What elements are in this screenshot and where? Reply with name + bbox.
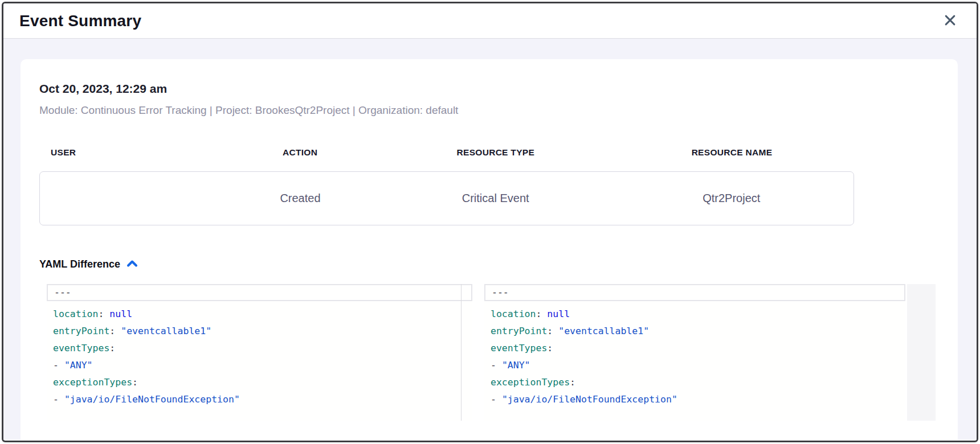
redacted-user-pattern — [60, 185, 145, 212]
yaml-line: location: null — [47, 306, 472, 323]
user-cell — [40, 185, 219, 212]
modal-body: Oct 20, 2023, 12:29 am Module: Continuou… — [3, 39, 977, 440]
yaml-line: exceptionTypes: — [47, 374, 472, 391]
col-header-resource-type: RESOURCE TYPE — [382, 147, 610, 158]
action-cell: Created — [219, 192, 382, 205]
yaml-line: exceptionTypes: — [484, 374, 905, 391]
resource-type-cell: Critical Event — [382, 192, 610, 205]
col-header-action: ACTION — [219, 147, 382, 158]
yaml-panel-right[interactable]: ---location: nullentryPoint: "eventcalla… — [484, 284, 905, 421]
col-header-resource-name: RESOURCE NAME — [610, 147, 854, 158]
audit-table: USER ACTION RESOURCE TYPE RESOURCE NAME … — [39, 147, 854, 225]
yaml-line: --- — [484, 284, 905, 301]
chevron-up-icon — [126, 260, 138, 269]
yaml-line: - "java/io/FileNotFoundException" — [47, 391, 472, 408]
yaml-line: entryPoint: "eventcallable1" — [47, 323, 472, 340]
modal-title: Event Summary — [19, 12, 141, 30]
yaml-line: --- — [47, 284, 472, 301]
resource-name-cell: Qtr2Project — [610, 192, 854, 205]
event-meta: Module: Continuous Error Tracking | Proj… — [39, 104, 958, 117]
event-timestamp: Oct 20, 2023, 12:29 am — [39, 82, 958, 96]
yaml-line: eventTypes: — [47, 340, 472, 357]
diff-scrollbar-strip[interactable] — [907, 284, 936, 421]
yaml-difference-label: YAML Difference — [39, 258, 120, 270]
yaml-diff-viewer: ---location: nullentryPoint: "eventcalla… — [47, 284, 958, 421]
yaml-line: eventTypes: — [484, 340, 905, 357]
close-button[interactable] — [940, 11, 959, 31]
yaml-panel-left[interactable]: ---location: nullentryPoint: "eventcalla… — [47, 284, 472, 421]
left-panel-scrollbar-gutter[interactable] — [461, 284, 462, 421]
yaml-difference-header[interactable]: YAML Difference — [39, 258, 958, 270]
collapse-toggle-button[interactable] — [126, 260, 138, 269]
yaml-line: - "java/io/FileNotFoundException" — [484, 391, 905, 408]
yaml-line: entryPoint: "eventcallable1" — [484, 323, 905, 340]
event-card: Oct 20, 2023, 12:29 am Module: Continuou… — [21, 59, 958, 440]
yaml-line: location: null — [484, 306, 905, 323]
event-summary-modal: Event Summary Oct 20, 2023, 12:29 am Mod… — [2, 2, 978, 442]
col-header-user: USER — [39, 147, 219, 158]
yaml-line: - "ANY" — [484, 357, 905, 374]
close-icon — [942, 13, 958, 30]
modal-header: Event Summary — [3, 3, 977, 39]
yaml-line: - "ANY" — [47, 357, 472, 374]
table-header-row: USER ACTION RESOURCE TYPE RESOURCE NAME — [39, 147, 854, 158]
table-row: Created Critical Event Qtr2Project — [39, 171, 854, 225]
